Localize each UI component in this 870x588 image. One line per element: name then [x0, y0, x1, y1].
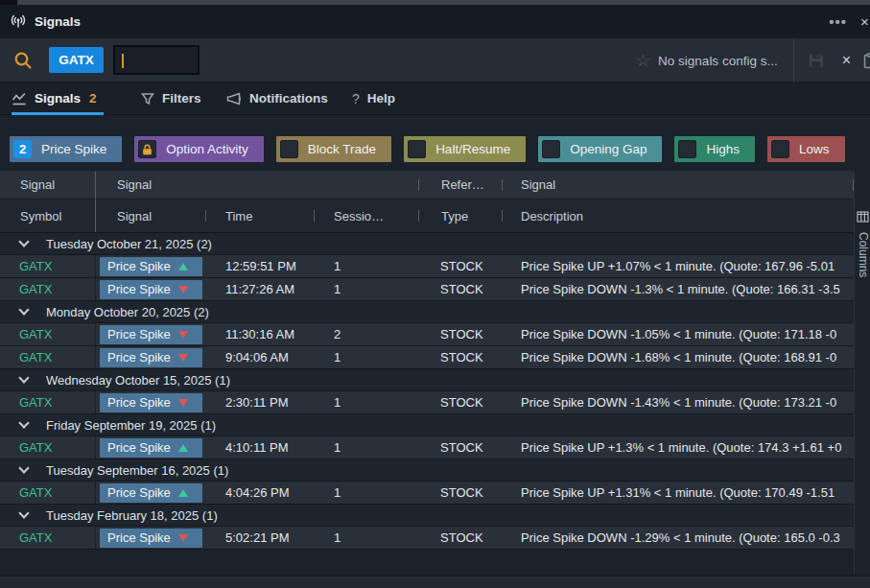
signal-badge: Price Spike — [100, 348, 202, 367]
signal-cell: Price Spike — [96, 482, 206, 504]
arrow-down-icon — [178, 354, 188, 362]
signal-row[interactable]: GATXPrice Spike4:04:26 PM1STOCKPrice Spi… — [0, 482, 854, 505]
signal-row[interactable]: GATXPrice Spike4:10:11 PM1STOCKPrice Spi… — [0, 436, 854, 459]
signal-badge-label: Price Spike — [107, 259, 171, 273]
filter-chips-row: 2Price SpikeOption ActivityBlock TradeHa… — [10, 136, 845, 162]
column-header-description[interactable]: Description — [503, 200, 854, 232]
signal-badge: Price Spike — [100, 257, 202, 276]
signal-row[interactable]: GATXPrice Spike11:27:26 AM1STOCKPrice Sp… — [0, 278, 854, 301]
group-header-cell[interactable]: Refer… — [419, 171, 503, 199]
signal-row[interactable]: GATXPrice Spike2:30:11 PM1STOCKPrice Spi… — [0, 391, 854, 414]
type-cell: STOCK — [419, 436, 503, 459]
filter-chip-lows[interactable]: Lows — [767, 136, 845, 162]
clipboard-icon[interactable] — [863, 53, 870, 69]
type-cell: STOCK — [419, 346, 503, 368]
tab-notifications[interactable]: Notifications — [226, 82, 328, 114]
checkbox[interactable] — [280, 140, 298, 158]
checkbox[interactable] — [408, 140, 426, 158]
tab-signals[interactable]: Signals 2 — [12, 82, 97, 114]
filter-chip-halt-resume[interactable]: Halt/Resume — [404, 136, 526, 162]
question-mark-icon: ? — [352, 91, 360, 106]
session-cell: 1 — [315, 278, 419, 300]
menu-dots-icon[interactable]: ••• — [829, 13, 847, 30]
group-label: Tuesday October 21, 2025 (2) — [46, 237, 212, 251]
tab-help[interactable]: ? Help — [352, 82, 395, 114]
filter-chip-label: Price Spike — [41, 142, 106, 156]
signal-badge-label: Price Spike — [107, 440, 171, 455]
chevron-down-icon[interactable] — [18, 462, 29, 473]
chevron-down-icon[interactable] — [18, 417, 29, 428]
signal-badge: Price Spike — [100, 280, 202, 299]
chevron-down-icon[interactable] — [18, 236, 29, 247]
group-row[interactable]: Monday October 20, 2025 (2) — [0, 301, 854, 323]
signal-row[interactable]: GATXPrice Spike5:02:21 PM1STOCKPrice Spi… — [0, 527, 854, 550]
save-icon[interactable] — [808, 52, 825, 69]
filter-chip-label: Highs — [706, 142, 740, 156]
signal-row[interactable]: GATXPrice Spike9:04:06 AM1STOCKPrice Spi… — [0, 346, 854, 369]
group-header-cell[interactable]: Signal — [503, 171, 854, 199]
filter-chip-price-spike[interactable]: 2Price Spike — [10, 136, 122, 162]
filter-chip-option-activity[interactable]: Option Activity — [134, 136, 264, 162]
columns-tab-label: Columns — [857, 232, 870, 277]
column-header-type[interactable]: Type — [419, 200, 503, 232]
megaphone-icon — [226, 92, 242, 106]
signal-row[interactable]: GATXPrice Spike11:30:16 AM2STOCKPrice Sp… — [0, 323, 854, 346]
description-cell: Price Spike DOWN -1.68% < 1 minute. (Quo… — [503, 346, 854, 368]
group-header-cell[interactable]: Signal — [0, 171, 96, 199]
arrow-up-icon — [178, 489, 188, 497]
lock-icon[interactable] — [138, 140, 156, 158]
clear-icon[interactable]: × — [842, 52, 851, 69]
column-header-signal[interactable]: Signal — [96, 200, 206, 232]
column-header-symbol[interactable]: Symbol — [0, 200, 96, 232]
close-icon[interactable]: × — [860, 13, 870, 30]
group-row[interactable]: Wednesday October 15, 2025 (1) — [0, 369, 854, 391]
checkbox[interactable] — [678, 140, 696, 158]
symbol-button[interactable]: GATX — [49, 47, 104, 73]
signal-row[interactable]: GATXPrice Spike12:59:51 PM1STOCKPrice Sp… — [0, 255, 854, 278]
symbol-cell: GATX — [0, 278, 96, 300]
tab-filters[interactable]: Filters — [141, 82, 201, 114]
checkbox[interactable] — [771, 140, 789, 158]
group-row[interactable]: Friday September 19, 2025 (1) — [0, 414, 854, 436]
search-input[interactable] — [113, 45, 200, 75]
signal-badge: Price Spike — [100, 483, 202, 503]
divider — [793, 38, 794, 82]
signal-badge-label: Price Spike — [107, 485, 171, 500]
signals-table: Signal Signal Refer… Signal Symbol Signa… — [0, 171, 854, 550]
signals-config-label[interactable]: No signals config s... — [658, 54, 778, 68]
session-cell: 1 — [315, 346, 419, 368]
arrow-down-icon — [178, 331, 188, 339]
group-row[interactable]: Tuesday October 21, 2025 (2) — [0, 233, 854, 255]
chevron-down-icon[interactable] — [18, 372, 29, 383]
group-label: Monday October 20, 2025 (2) — [46, 305, 209, 319]
group-header-cell[interactable]: Signal — [96, 171, 419, 199]
titlebar: Signals ••• × — [0, 5, 870, 38]
bottom-strip — [0, 576, 870, 588]
text-caret — [122, 54, 124, 68]
time-cell: 5:02:21 PM — [206, 527, 315, 549]
filter-chip-highs[interactable]: Highs — [674, 136, 755, 162]
tab-label: Notifications — [249, 91, 328, 106]
tab-label: Help — [367, 91, 395, 106]
filter-chip-block-trade[interactable]: Block Trade — [276, 136, 391, 162]
chevron-down-icon[interactable] — [18, 304, 29, 315]
column-header-time[interactable]: Time — [206, 200, 315, 232]
checkbox[interactable] — [542, 140, 560, 158]
table-body: Tuesday October 21, 2025 (2)GATXPrice Sp… — [0, 233, 854, 550]
signal-badge: Price Spike — [100, 438, 202, 458]
symbol-cell: GATX — [0, 527, 96, 549]
filter-chip-opening-gap[interactable]: Opening Gap — [538, 136, 662, 162]
arrow-down-icon — [178, 534, 188, 542]
chevron-down-icon[interactable] — [18, 507, 29, 518]
symbol-cell: GATX — [0, 255, 96, 277]
time-cell: 12:59:51 PM — [206, 255, 315, 277]
signal-badge: Price Spike — [100, 529, 202, 548]
group-row[interactable]: Tuesday September 16, 2025 (1) — [0, 459, 854, 482]
time-cell: 4:10:11 PM — [206, 436, 315, 459]
column-header-session[interactable]: Sessio… — [315, 200, 419, 232]
star-icon[interactable]: ☆ — [636, 51, 650, 71]
columns-side-tab[interactable]: Columns — [854, 171, 870, 575]
time-cell: 4:04:26 PM — [206, 482, 315, 504]
symbol-cell: GATX — [0, 436, 96, 459]
group-row[interactable]: Tuesday February 18, 2025 (1) — [0, 505, 854, 527]
